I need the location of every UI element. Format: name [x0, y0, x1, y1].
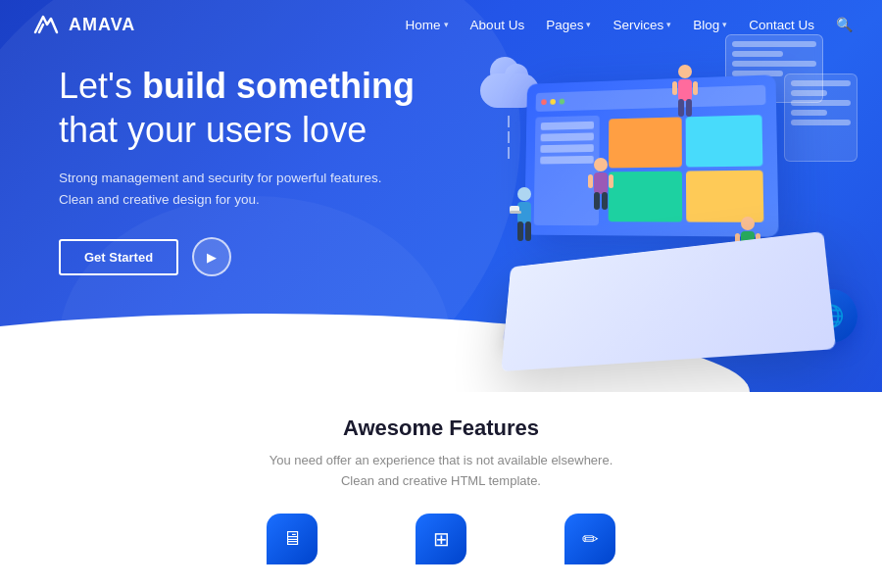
platform-base	[501, 231, 836, 371]
hero-title-part2: that your users love	[59, 110, 367, 150]
nav-item-pages[interactable]: Pages ▾	[546, 18, 591, 32]
svg-rect-14	[517, 221, 523, 241]
feature-icon-edit: ✏	[564, 514, 615, 564]
cloud-lines	[508, 116, 510, 159]
nav-link-about[interactable]: About Us	[470, 18, 525, 32]
monitor-screen	[524, 74, 778, 237]
nav-item-contact[interactable]: Contact Us	[749, 18, 814, 32]
nav-link-services[interactable]: Services ▾	[612, 18, 671, 32]
svg-rect-15	[525, 221, 531, 241]
svg-point-18	[741, 217, 755, 230]
nav-links: Home ▾ About Us Pages ▾ Services ▾ Blog	[406, 16, 853, 33]
feature-icon-monitor: 🖥	[267, 514, 318, 564]
nav-link-pages[interactable]: Pages ▾	[546, 18, 591, 32]
hero-content: Let's build something that your users lo…	[59, 64, 415, 276]
svg-rect-11	[609, 174, 613, 188]
play-icon: ▶	[207, 250, 217, 265]
card-yellow	[686, 171, 763, 222]
features-subtitle: You need offer an experience that is not…	[270, 451, 613, 492]
isometric-scene: 🌐	[441, 20, 872, 382]
brand-logo[interactable]: AMAVA	[29, 9, 135, 40]
svg-rect-9	[602, 192, 608, 210]
features-subtitle-line2: Clean and creative HTML template.	[341, 473, 541, 488]
person-figure-2	[588, 157, 613, 227]
person-figure-3	[510, 186, 539, 261]
nav-search-button[interactable]: 🔍	[836, 16, 853, 33]
play-video-button[interactable]: ▶	[192, 237, 231, 276]
feature-icon-layout: ⊞	[416, 514, 466, 564]
get-started-button[interactable]: Get Started	[59, 239, 178, 275]
monitor-body	[534, 111, 768, 226]
features-section: Awesome Features You need offer an exper…	[0, 392, 882, 588]
hero-illustration: 🌐	[441, 20, 872, 382]
brand-name: AMAVA	[69, 15, 135, 35]
svg-rect-10	[588, 174, 593, 188]
nav-link-contact[interactable]: Contact Us	[749, 18, 814, 32]
chevron-down-icon: ▾	[722, 20, 727, 29]
features-subtitle-line1: You need offer an experience that is not…	[270, 453, 613, 467]
chevron-down-icon: ▾	[666, 20, 671, 29]
card-green	[609, 172, 682, 222]
screen-line	[732, 61, 816, 67]
nav-link-home[interactable]: Home ▾	[406, 18, 449, 32]
sidebar-line	[541, 122, 594, 130]
layout-icon: ⊞	[433, 527, 450, 551]
svg-point-6	[594, 158, 608, 172]
svg-point-12	[517, 187, 531, 201]
monitor-icon: 🖥	[282, 527, 302, 550]
monitor-topbar	[536, 85, 766, 112]
screen-line	[791, 90, 827, 96]
screen-line	[791, 100, 851, 106]
svg-point-0	[678, 65, 692, 78]
nav-link-blog[interactable]: Blog ▾	[693, 18, 727, 32]
window-dot-yellow	[550, 99, 556, 105]
svg-rect-17	[510, 211, 521, 214]
hero-title-normal: Let's	[59, 66, 142, 106]
svg-rect-7	[594, 172, 608, 194]
nav-item-services[interactable]: Services ▾	[612, 18, 671, 32]
chevron-down-icon: ▾	[444, 20, 449, 29]
nav-item-blog[interactable]: Blog ▾	[693, 18, 727, 32]
hero-title: Let's build something that your users lo…	[59, 64, 415, 152]
edit-icon: ✏	[582, 527, 599, 551]
cloud-line	[508, 131, 510, 143]
search-icon[interactable]: 🔍	[836, 17, 853, 32]
screen-line	[732, 51, 783, 57]
sidebar-line	[541, 132, 594, 141]
sidebar-line	[540, 156, 594, 165]
hero-title-bold: build something	[142, 66, 415, 106]
logo-icon	[29, 9, 61, 40]
nav-item-about[interactable]: About Us	[470, 18, 525, 32]
features-icons: 🖥 ⊞ ✏	[267, 514, 615, 564]
screen-line	[791, 80, 851, 86]
window-dot-green	[560, 99, 565, 105]
svg-rect-8	[594, 192, 600, 210]
cloud-line	[508, 147, 510, 159]
screen-line	[791, 120, 851, 125]
hero-section: Let's build something that your users lo…	[0, 0, 882, 392]
svg-rect-5	[693, 81, 698, 95]
cloud-line	[508, 116, 510, 127]
navbar: AMAVA Home ▾ About Us Pages ▾ Services ▾	[0, 0, 882, 49]
chevron-down-icon: ▾	[586, 20, 591, 29]
hero-actions: Get Started ▶	[59, 237, 415, 276]
monitor-illustration	[524, 74, 778, 237]
svg-rect-4	[672, 81, 677, 95]
window-dot-red	[541, 99, 547, 105]
svg-rect-3	[686, 99, 692, 117]
hero-subtitle: Strong management and security for power…	[59, 168, 392, 210]
screen-line	[791, 110, 827, 116]
features-title: Awesome Features	[343, 416, 539, 441]
svg-rect-2	[678, 99, 684, 117]
person-figure-1	[671, 64, 699, 136]
floating-screen-2	[784, 74, 858, 162]
sidebar-line	[540, 144, 593, 153]
svg-rect-1	[678, 79, 692, 101]
nav-item-home[interactable]: Home ▾	[406, 18, 449, 32]
